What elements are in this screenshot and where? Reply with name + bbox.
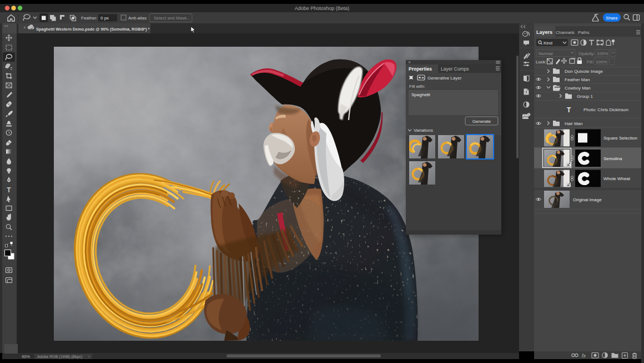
svg-text:Feather Man: Feather Man [565,77,590,82]
svg-text:Select and Mask...: Select and Mask... [154,16,190,21]
svg-text:100%: 100% [597,51,608,56]
svg-text:Variations: Variations [414,128,433,133]
svg-text:Paths: Paths [578,30,589,35]
svg-text:Photo: Chris Dickinson: Photo: Chris Dickinson [583,107,628,112]
svg-text:Semolina: Semolina [603,156,622,161]
svg-text:Channels: Channels [556,30,575,35]
svg-text:Hair Man: Hair Man [565,121,582,126]
svg-text:Adobe Photoshop (Beta): Adobe Photoshop (Beta) [295,6,350,11]
svg-text:Generate: Generate [472,119,491,124]
svg-text:Opacity:: Opacity: [578,51,595,56]
svg-text:Square Selection: Square Selection [603,136,637,141]
svg-text:Group 1: Group 1 [577,94,593,99]
svg-text:Lock:: Lock: [536,59,546,64]
svg-text:90%: 90% [22,354,30,359]
svg-text:Don Quixote Image: Don Quixote Image [565,69,603,74]
svg-text:Kind: Kind [544,41,552,46]
svg-text:Normal: Normal [539,51,553,56]
svg-text:Share: Share [606,16,618,21]
svg-text:100%: 100% [596,59,607,64]
svg-text:Feather:: Feather: [81,16,98,21]
svg-text:T: T [567,106,571,114]
svg-text:Cowboy Man: Cowboy Man [565,86,591,91]
svg-text:Anti-alias: Anti-alias [128,16,147,21]
svg-text:Original image: Original image [573,197,602,202]
svg-text:Fill with:: Fill with: [409,84,425,89]
svg-text:Spaghetti: Spaghetti [411,92,430,97]
svg-text:fx: fx [582,353,586,359]
svg-text:Fill:: Fill: [587,59,593,64]
svg-text:Layers: Layers [536,29,552,35]
svg-text:Adobe RGB (1998) (8bpc): Adobe RGB (1998) (8bpc) [37,355,82,359]
svg-text:Properties: Properties [409,66,432,72]
svg-text:T: T [7,186,11,194]
svg-text:Layer Comps: Layer Comps [441,66,469,72]
svg-text:!: ! [528,113,529,116]
svg-text:0 px: 0 px [100,16,109,21]
svg-text:Spaghetti Western Demo.psdc @: Spaghetti Western Demo.psdc @ 90% (Semol… [36,27,150,32]
svg-text:Generative Layer: Generative Layer [427,76,462,81]
svg-text:Whole Wheat: Whole Wheat [603,176,631,181]
